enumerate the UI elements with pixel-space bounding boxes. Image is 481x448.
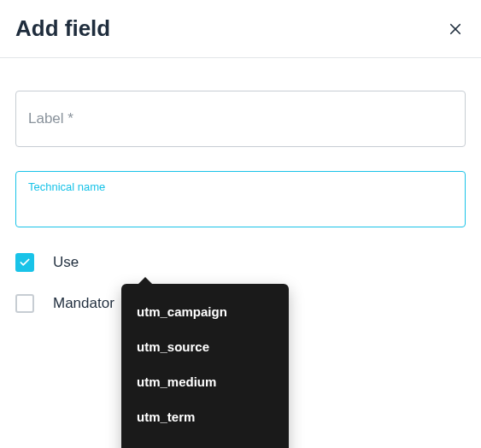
use-checkbox[interactable] bbox=[15, 253, 34, 272]
label-placeholder: Label * bbox=[28, 110, 73, 127]
dropdown-item[interactable]: utm_content bbox=[121, 434, 289, 448]
form-area: Label * Technical name Use Mandator utm_… bbox=[0, 58, 481, 349]
use-checkbox-row: Use bbox=[15, 251, 466, 274]
dropdown-item[interactable]: utm_source bbox=[121, 329, 289, 364]
technical-name-floating-label: Technical name bbox=[28, 180, 453, 193]
dropdown-item[interactable]: utm_term bbox=[121, 399, 289, 434]
close-button[interactable] bbox=[445, 19, 466, 39]
close-icon bbox=[448, 21, 463, 37]
label-input[interactable]: Label * bbox=[15, 91, 466, 147]
mandatory-checkbox[interactable] bbox=[15, 294, 34, 313]
dropdown-item[interactable]: utm_medium bbox=[121, 364, 289, 399]
label-field-wrap: Label * bbox=[15, 91, 466, 147]
use-checkbox-label: Use bbox=[53, 254, 79, 271]
suggestions-dropdown: utm_campaign utm_source utm_medium utm_t… bbox=[121, 284, 289, 448]
technical-name-input[interactable]: Technical name bbox=[15, 171, 466, 227]
technical-name-field-wrap: Technical name bbox=[15, 171, 466, 227]
mandatory-checkbox-label: Mandator bbox=[53, 295, 114, 312]
check-icon bbox=[19, 256, 31, 268]
dialog-title: Add field bbox=[15, 15, 110, 42]
dialog-header: Add field bbox=[0, 0, 481, 58]
dropdown-item[interactable]: utm_campaign bbox=[121, 294, 289, 329]
